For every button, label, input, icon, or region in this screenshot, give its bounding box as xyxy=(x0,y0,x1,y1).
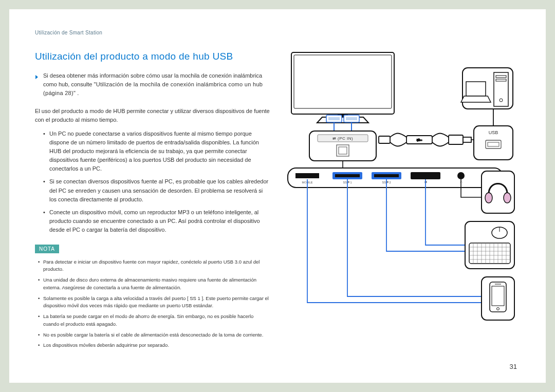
intro-suffix: . xyxy=(77,90,79,96)
list-item: No es posible cargar la batería si el ca… xyxy=(38,331,271,339)
laptop-icon xyxy=(461,68,513,109)
svg-rect-1 xyxy=(294,55,392,108)
list-item: Los dispositivos móviles deberán adquiri… xyxy=(38,342,271,349)
svg-rect-8 xyxy=(328,117,340,120)
svg-rect-57 xyxy=(492,286,504,306)
headphones-icon xyxy=(482,171,514,213)
hub-panel: MOBILE SS⇄ 1 SS⇄ 2 ⇄ ◠ xyxy=(288,168,503,188)
connector-line xyxy=(334,123,351,131)
paragraph-1: El uso del producto a modo de HUB permit… xyxy=(35,107,271,124)
connector-line xyxy=(307,179,482,303)
text-column: Utilización del producto a modo de hub U… xyxy=(35,51,271,352)
mouse-keyboard-icon xyxy=(465,221,514,269)
content-columns: Utilización del producto a modo de hub U… xyxy=(35,51,520,352)
svg-rect-23 xyxy=(295,173,319,178)
svg-rect-21 xyxy=(488,142,499,146)
svg-point-37 xyxy=(504,193,511,203)
svg-rect-26 xyxy=(335,174,360,177)
diagram-column: ⇄ (PC IN) ⇄⎓ xyxy=(286,51,520,352)
usb-card: USB xyxy=(474,126,513,160)
hub-diagram: ⇄ (PC IN) ⇄⎓ xyxy=(286,51,520,339)
page-title: Utilización del producto a modo de hub U… xyxy=(35,51,271,62)
pc-in-label: ⇄ (PC IN) xyxy=(332,136,353,141)
usb-label: USB xyxy=(489,130,498,135)
svg-text:⇄⎓: ⇄⎓ xyxy=(417,138,422,142)
usb-cable-icon: ⇄⎓ xyxy=(379,134,471,146)
svg-rect-31 xyxy=(411,172,440,179)
manual-page: Utilización de Smart Station Utilización… xyxy=(9,9,546,383)
list-item: Un PC no puede conectarse a varios dispo… xyxy=(43,129,271,173)
pc-in-card: ⇄ (PC IN) xyxy=(309,131,376,161)
list-item: Para detectar e iniciar un dispositivo f… xyxy=(38,258,271,273)
svg-rect-17 xyxy=(449,135,463,144)
notes-list: Para detectar e iniciar un dispositivo f… xyxy=(38,258,271,349)
svg-rect-9 xyxy=(346,117,357,120)
svg-point-36 xyxy=(485,193,492,203)
svg-rect-18 xyxy=(463,137,471,142)
intro-block: Si desea obtener más información sobre c… xyxy=(35,71,271,98)
svg-rect-35 xyxy=(482,171,514,213)
list-item: Si se conectan diversos dispositivos fue… xyxy=(43,177,271,203)
svg-rect-29 xyxy=(374,174,399,177)
svg-rect-14 xyxy=(379,136,390,143)
list-item: Conecte un dispositivo móvil, como un re… xyxy=(43,208,271,234)
page-number: 31 xyxy=(510,363,517,370)
nota-badge: NOTA xyxy=(35,245,59,253)
smartphone-icon xyxy=(482,277,514,320)
list-item: La batería se puede cargar en el modo de… xyxy=(38,313,271,328)
chevron-icon xyxy=(35,72,40,82)
breadcrumb: Utilización de Smart Station xyxy=(35,30,520,35)
bullet-list: Un PC no puede conectarse a varios dispo… xyxy=(43,129,271,234)
list-item: Solamente es posible la carga a alta vel… xyxy=(38,295,271,310)
intro-text: Si desea obtener más información sobre c… xyxy=(43,71,271,98)
svg-point-33 xyxy=(457,172,465,179)
svg-rect-13 xyxy=(339,147,347,154)
list-item: Una unidad de disco duro externa de alma… xyxy=(38,276,271,291)
monitor-icon xyxy=(291,52,394,123)
